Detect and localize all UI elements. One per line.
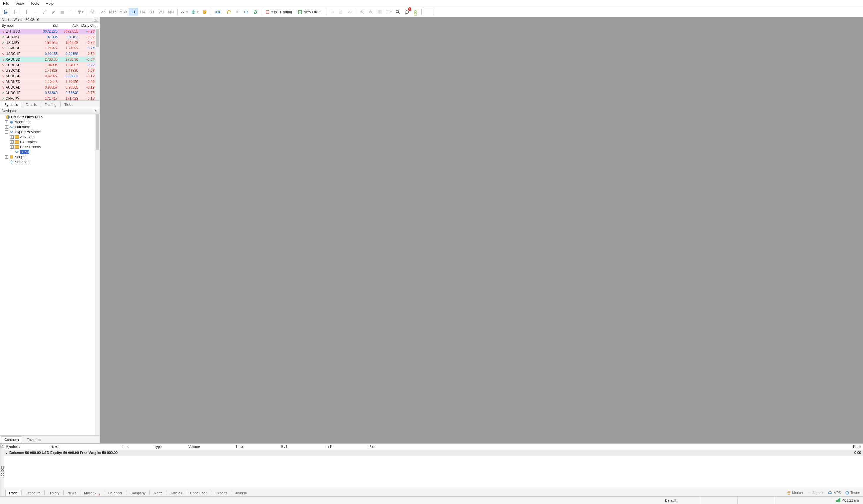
mw-tab-details[interactable]: Details: [23, 101, 40, 108]
auto-scroll-icon[interactable]: [337, 8, 345, 16]
navigator-close[interactable]: ×: [94, 109, 98, 113]
tester-link[interactable]: Tester: [845, 491, 860, 495]
objects-dropdown[interactable]: [76, 8, 85, 16]
col-profit[interactable]: Profit: [376, 445, 861, 449]
nav-root[interactable]: Ox Securities MT5: [0, 114, 100, 119]
tb-tab-news[interactable]: News: [64, 490, 79, 496]
market-link[interactable]: Market: [787, 491, 803, 495]
level-icon[interactable]: LVL: [412, 8, 420, 16]
indicator-line-icon[interactable]: [346, 8, 354, 16]
mw-tab-symbols[interactable]: Symbols: [1, 101, 21, 108]
tb-tab-exposure[interactable]: Exposure: [22, 490, 44, 496]
equidistant-channel-tool[interactable]: [49, 8, 57, 16]
crosshair-tool[interactable]: [11, 8, 19, 16]
nav-indicators[interactable]: +Indicators: [0, 124, 100, 129]
mw-row-xauusd[interactable]: ↘XAUUSD2738.852738.96-1.04%: [0, 57, 100, 62]
tb-tab-experts[interactable]: Experts: [212, 490, 230, 496]
balance-row[interactable]: Balance: 50 000.00 USD Equity: 50 000.00…: [4, 450, 863, 456]
dollar-icon[interactable]: $: [201, 8, 209, 16]
col-daily-change[interactable]: Daily Ch...: [78, 24, 98, 28]
mw-tab-ticks[interactable]: Ticks: [61, 101, 76, 108]
toolbar-search-input[interactable]: [422, 9, 433, 15]
timeframe-d1[interactable]: D1: [147, 8, 157, 16]
col-ask[interactable]: Ask: [58, 24, 78, 28]
shift-chart-icon[interactable]: [328, 8, 337, 16]
tb-tab-mailbox[interactable]: Mailbox 11: [81, 490, 103, 496]
status-ping[interactable]: 401.12 ms: [831, 497, 863, 504]
toolbox-close[interactable]: ×: [0, 444, 4, 448]
mw-row-eurusd[interactable]: ↘EURUSD1.049061.049070.22%: [0, 62, 100, 68]
timeframe-h4[interactable]: H4: [138, 8, 147, 16]
timeframe-m5[interactable]: M5: [98, 8, 108, 16]
algo-trading-button[interactable]: Algo Trading: [263, 8, 295, 16]
mw-row-chfjpy[interactable]: ↗CHFJPY171.417171.423-0.17%: [0, 96, 100, 100]
timeframe-m30[interactable]: M30: [118, 8, 128, 16]
trendline-tool[interactable]: [40, 8, 49, 16]
nav-services[interactable]: Services: [0, 159, 100, 164]
nav-tab-common[interactable]: Common: [1, 436, 22, 443]
col-type[interactable]: Type: [129, 445, 162, 449]
mw-row-usdchf[interactable]: ↘USDCHF0.901550.90158-0.58%: [0, 51, 100, 57]
indicators-dropdown[interactable]: [190, 8, 200, 16]
vertical-line-tool[interactable]: [23, 8, 31, 16]
fibonacci-tool[interactable]: [58, 8, 66, 16]
vps-cloud-icon[interactable]: [242, 8, 251, 16]
market-bag-icon[interactable]: [225, 8, 233, 16]
tb-tab-history[interactable]: History: [45, 490, 63, 496]
notifications-icon[interactable]: 1: [403, 8, 411, 16]
signals-link[interactable]: Signals: [807, 491, 824, 495]
timeframe-m1[interactable]: M1: [89, 8, 98, 16]
signals-icon[interactable]: [234, 8, 242, 16]
tile-windows-icon[interactable]: [376, 8, 384, 16]
mw-row-ethusd[interactable]: ↘ETHUSD3072.2753072.855-4.90%: [0, 29, 100, 34]
nav-free-robots[interactable]: +Free Robots: [0, 144, 100, 149]
market-watch-scrollbar[interactable]: [95, 29, 100, 100]
mw-row-audnzd[interactable]: ↘AUDNZD1.104481.10456-0.06%: [0, 79, 100, 85]
col-time[interactable]: Time: [85, 445, 129, 449]
col-ticket[interactable]: Ticket: [50, 445, 85, 449]
col-bid[interactable]: Bid: [37, 24, 58, 28]
tb-tab-company[interactable]: Company: [127, 490, 149, 496]
mw-row-usdjpy[interactable]: ↗USDJPY154.545154.548-0.75%: [0, 40, 100, 46]
mw-row-audusd[interactable]: ↘AUDUSD0.628270.62831-0.17%: [0, 74, 100, 79]
nav-r50[interactable]: R-50: [0, 149, 100, 154]
nav-examples[interactable]: +Examples: [0, 139, 100, 144]
col-symbol[interactable]: Symbol: [6, 445, 50, 449]
tb-tab-trade[interactable]: Trade: [5, 490, 21, 496]
menu-file[interactable]: File: [3, 1, 9, 5]
tb-tab-alerts[interactable]: Alerts: [150, 490, 166, 496]
nav-advisors[interactable]: +Advisors: [0, 134, 100, 139]
timeframe-m15[interactable]: M15: [108, 8, 118, 16]
nav-tab-favorites[interactable]: Favorites: [24, 436, 45, 443]
horizontal-line-tool[interactable]: [32, 8, 40, 16]
search-icon[interactable]: [394, 8, 402, 16]
vps-link[interactable]: VPS: [828, 491, 841, 495]
mw-row-audcad[interactable]: ↘AUDCAD0.903570.90365-0.19%: [0, 85, 100, 90]
menu-tools[interactable]: Tools: [30, 1, 39, 5]
mw-row-audjpy[interactable]: ↗AUDJPY97.09697.102-0.92%: [0, 34, 100, 40]
ide-button[interactable]: IDE: [213, 8, 224, 16]
timeframe-mn[interactable]: MN: [166, 8, 176, 16]
nav-scripts[interactable]: +Scripts: [0, 154, 100, 159]
nav-accounts[interactable]: +Accounts: [0, 119, 100, 124]
chart-area[interactable]: [100, 17, 863, 443]
text-tool[interactable]: [67, 8, 75, 16]
sync-icon[interactable]: [251, 8, 260, 16]
menu-view[interactable]: View: [16, 1, 24, 5]
menu-help[interactable]: Help: [46, 1, 53, 5]
timeframe-w1[interactable]: W1: [157, 8, 166, 16]
navigator-scrollbar[interactable]: [95, 114, 100, 436]
templates-dropdown[interactable]: [385, 8, 393, 16]
col-volume[interactable]: Volume: [162, 445, 200, 449]
mw-tab-trading[interactable]: Trading: [41, 101, 60, 108]
new-order-button[interactable]: New Order: [295, 8, 324, 16]
col-symbol[interactable]: Symbol: [2, 24, 37, 28]
zoom-in-icon[interactable]: [358, 8, 366, 16]
col-tp[interactable]: T / P: [288, 445, 333, 449]
tb-tab-calendar[interactable]: Calendar: [105, 490, 126, 496]
col-price2[interactable]: Price: [333, 445, 376, 449]
nav-expert-advisors[interactable]: −Expert Advisors: [0, 129, 100, 134]
mw-row-usdcad[interactable]: ↘USDCAD1.438231.43830-0.03%: [0, 68, 100, 74]
col-price[interactable]: Price: [200, 445, 244, 449]
timeframe-h1[interactable]: H1: [128, 8, 138, 16]
